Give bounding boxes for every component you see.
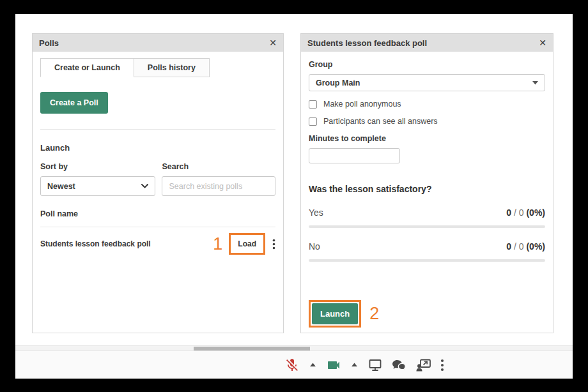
option-progress-bar-no	[309, 259, 545, 262]
launch-button[interactable]: Launch	[312, 303, 358, 324]
poll-detail-panel: Students lesson feedback poll ✕ Group Gr…	[300, 33, 553, 333]
make-poll-anonymous-checkbox[interactable]	[309, 100, 317, 109]
poll-list-row: Students lesson feedback poll 1 Load	[40, 233, 275, 255]
launch-section-heading: Launch	[40, 143, 275, 153]
chat-icon[interactable]	[391, 358, 407, 373]
anonymous-checkbox-row: Make poll anonymous	[309, 100, 545, 109]
caret-down-icon	[532, 81, 538, 85]
divider	[40, 129, 275, 130]
meeting-content-area: Polls ✕ Create or Launch Polls history C…	[15, 14, 573, 379]
option-percent: (0%)	[526, 241, 545, 252]
option-total: 0	[519, 207, 524, 218]
group-select-value: Group Main	[316, 79, 360, 87]
chevron-up-icon[interactable]	[350, 360, 359, 370]
sort-by-value: Newest	[47, 182, 75, 191]
create-a-poll-button[interactable]: Create a Poll	[40, 92, 108, 114]
more-options-kebab-icon[interactable]	[440, 359, 444, 372]
poll-detail-header: Students lesson feedback poll ✕	[301, 34, 553, 52]
option-row-yes: Yes 0 / 0 (0%)	[309, 207, 545, 218]
close-icon[interactable]: ✕	[539, 38, 546, 47]
poll-detail-title: Students lesson feedback poll	[307, 38, 427, 48]
participants-see-answers-checkbox[interactable]	[309, 117, 317, 126]
option-label: No	[309, 241, 320, 252]
participant-share-icon[interactable]	[415, 358, 432, 373]
see-answers-checkbox-row: Participants can see all answers	[309, 117, 545, 126]
participants-see-answers-label: Participants can see all answers	[323, 117, 438, 126]
option-separator: /	[514, 241, 516, 252]
annotation-highlight-box: Launch	[309, 300, 361, 328]
option-label: Yes	[309, 207, 323, 218]
sort-search-row: Sort by Newest Search	[40, 162, 275, 196]
screen-share-icon[interactable]	[368, 358, 383, 373]
poll-name-column-header: Poll name	[40, 209, 275, 218]
option-result: 0 / 0 (0%)	[506, 207, 545, 218]
option-progress-bar-yes	[309, 225, 545, 228]
load-button[interactable]: Load	[229, 233, 265, 255]
tab-polls-history[interactable]: Polls history	[134, 58, 210, 77]
minutes-to-complete-label: Minutes to complete	[309, 134, 545, 143]
microphone-muted-icon[interactable]	[284, 358, 300, 373]
polls-panel-header: Polls ✕	[33, 34, 283, 52]
option-total: 0	[519, 241, 524, 252]
video-camera-icon[interactable]	[326, 358, 341, 373]
tab-create-or-launch[interactable]: Create or Launch	[40, 58, 134, 77]
group-select[interactable]: Group Main	[309, 74, 545, 91]
option-separator: /	[514, 207, 516, 218]
annotation-step-2: 2	[369, 305, 379, 322]
search-input[interactable]	[162, 176, 275, 196]
horizontal-scrollbar-thumb[interactable]	[194, 347, 310, 351]
poll-options-kebab-icon[interactable]	[272, 239, 275, 250]
sort-by-label: Sort by	[40, 162, 155, 171]
chevron-up-icon[interactable]	[308, 360, 318, 370]
option-percent: (0%)	[526, 207, 545, 218]
search-field: Search	[162, 162, 275, 196]
polls-panel-body: Create or Launch Polls history Create a …	[33, 52, 283, 333]
group-label: Group	[309, 60, 545, 69]
make-poll-anonymous-label: Make poll anonymous	[323, 100, 401, 109]
sort-by-select[interactable]: Newest	[40, 176, 155, 196]
polls-panel: Polls ✕ Create or Launch Polls history C…	[32, 33, 284, 333]
app-window: Polls ✕ Create or Launch Polls history C…	[0, 0, 588, 392]
polls-panel-title: Polls	[39, 38, 59, 48]
poll-question: Was the lesson satisfactory?	[309, 184, 545, 194]
divider	[40, 227, 275, 227]
toolbar-icon-group	[284, 351, 444, 379]
option-row-no: No 0 / 0 (0%)	[309, 241, 545, 252]
meeting-toolbar	[15, 351, 573, 379]
close-icon[interactable]: ✕	[269, 38, 277, 47]
chevron-down-icon	[141, 184, 148, 188]
option-result: 0 / 0 (0%)	[506, 241, 545, 252]
launch-area: Launch 2	[309, 300, 379, 328]
horizontal-scrollbar	[15, 345, 573, 351]
option-votes: 0	[506, 241, 511, 252]
annotation-step-1: 1	[213, 236, 222, 253]
sort-by-field: Sort by Newest	[40, 162, 155, 196]
polls-tabs: Create or Launch Polls history	[40, 58, 275, 77]
poll-row-name: Students lesson feedback poll	[40, 239, 213, 248]
option-votes: 0	[506, 207, 511, 218]
search-label: Search	[162, 162, 275, 171]
minutes-to-complete-input[interactable]	[309, 148, 400, 163]
poll-detail-body: Group Group Main Make poll anonymous Par…	[301, 52, 553, 333]
